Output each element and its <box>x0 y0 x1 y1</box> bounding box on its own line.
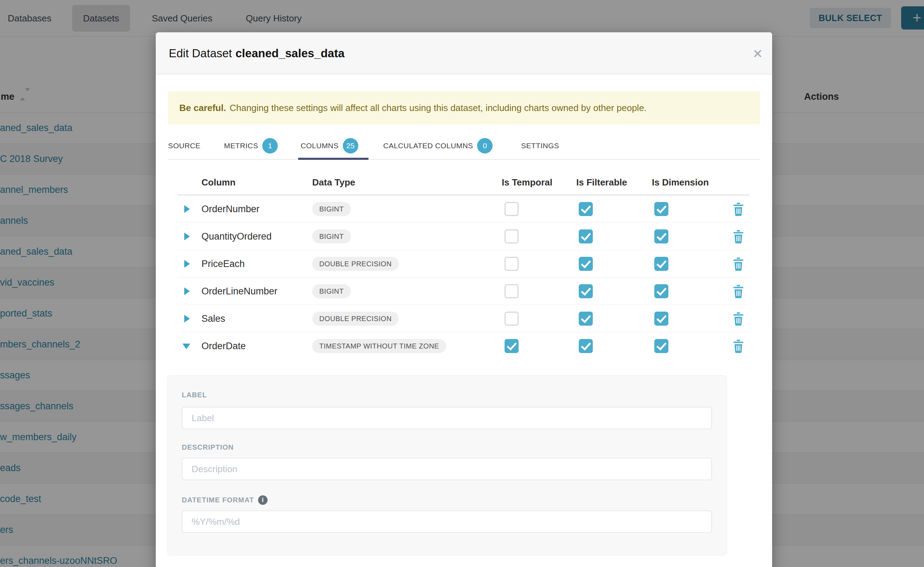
tab-metrics[interactable]: METRICS 1 <box>224 132 278 159</box>
edit-dataset-modal: Edit Dataset cleaned_sales_data × Be car… <box>156 32 772 567</box>
is-temporal-header: Is Temporal <box>502 170 552 195</box>
modal-title: Edit Dataset cleaned_sales_data <box>169 32 345 75</box>
is-dimension-checkbox[interactable] <box>654 284 668 298</box>
is-filterable-checkbox[interactable] <box>579 257 593 271</box>
data-type-pill: TIMESTAMP WITHOUT TIME ZONE <box>312 339 446 353</box>
description-input[interactable] <box>182 458 712 480</box>
warning-text: Changing these settings will affect all … <box>230 103 647 114</box>
column-name: Sales <box>202 305 226 332</box>
data-type-pill: BIGINT <box>312 284 351 298</box>
expand-caret-icon[interactable] <box>184 260 190 268</box>
modal-header: Edit Dataset cleaned_sales_data × <box>156 32 772 75</box>
is-filterable-checkbox[interactable] <box>579 202 593 216</box>
columns-table-header: Column Data Type Is Temporal Is Filterab… <box>178 170 749 195</box>
is-temporal-checkbox[interactable] <box>504 284 519 298</box>
delete-column-icon[interactable] <box>732 258 744 271</box>
is-temporal-checkbox[interactable] <box>504 339 519 353</box>
column-row: QuantityOrdered BIGINT <box>178 223 749 250</box>
column-row: PriceEach DOUBLE PRECISION <box>178 250 749 278</box>
column-name: OrderNumber <box>202 195 259 223</box>
modal-tabs: SOURCE METRICS 1 COLUMNS 25 CALCULATED C… <box>168 132 760 160</box>
column-name: OrderDate <box>202 332 246 360</box>
is-temporal-checkbox[interactable] <box>504 202 519 216</box>
description-section-title: DESCRIPTION <box>182 443 234 452</box>
is-filterable-header: Is Filterable <box>576 170 627 195</box>
columns-table: Column Data Type Is Temporal Is Filterab… <box>178 170 749 360</box>
column-name: PriceEach <box>202 250 245 278</box>
tab-label: COLUMNS <box>301 142 339 150</box>
modal-title-prefix: Edit Dataset <box>169 47 232 60</box>
datetime-format-label: DATETIME FORMAT <box>182 496 254 504</box>
data-type-pill: BIGINT <box>312 230 351 243</box>
is-filterable-checkbox[interactable] <box>579 339 593 353</box>
tab-columns[interactable]: COLUMNS 25 <box>301 132 358 159</box>
expand-caret-icon[interactable] <box>184 287 190 295</box>
column-row: Sales DOUBLE PRECISION <box>178 305 749 332</box>
delete-column-icon[interactable] <box>732 230 744 243</box>
data-type-pill: DOUBLE PRECISION <box>312 257 399 271</box>
column-name: OrderLineNumber <box>202 278 277 305</box>
metrics-count-badge: 1 <box>262 138 278 153</box>
is-dimension-checkbox[interactable] <box>654 202 668 216</box>
data-type-pill: BIGINT <box>312 202 351 216</box>
is-dimension-checkbox[interactable] <box>654 230 668 243</box>
expand-caret-icon[interactable] <box>184 205 190 213</box>
column-row-expanded: OrderDate TIMESTAMP WITHOUT TIME ZONE <box>178 332 749 360</box>
datetime-format-section-title: DATETIME FORMAT <box>182 495 268 505</box>
tab-label: SETTINGS <box>521 142 559 150</box>
label-input[interactable] <box>182 407 712 429</box>
is-filterable-checkbox[interactable] <box>579 312 593 326</box>
column-header: Column <box>202 170 236 195</box>
delete-column-icon[interactable] <box>732 340 744 353</box>
delete-column-icon[interactable] <box>732 285 744 298</box>
tab-source[interactable]: SOURCE <box>168 132 200 159</box>
is-filterable-checkbox[interactable] <box>579 284 593 298</box>
datetime-format-input[interactable] <box>182 510 712 533</box>
info-icon[interactable] <box>258 495 268 505</box>
tab-label: METRICS <box>224 142 258 150</box>
collapse-caret-icon[interactable] <box>182 344 190 349</box>
warning-banner: Be careful. Changing these settings will… <box>168 92 760 124</box>
is-temporal-checkbox[interactable] <box>504 312 519 326</box>
tab-label: CALCULATED COLUMNS <box>383 142 473 150</box>
data-type-pill: DOUBLE PRECISION <box>312 312 399 326</box>
data-type-header: Data Type <box>312 170 355 195</box>
delete-column-icon[interactable] <box>732 312 744 326</box>
columns-count-badge: 25 <box>343 138 358 153</box>
delete-column-icon[interactable] <box>732 203 744 216</box>
expand-caret-icon[interactable] <box>184 232 190 240</box>
tab-settings[interactable]: SETTINGS <box>521 132 559 159</box>
is-temporal-checkbox[interactable] <box>504 257 519 271</box>
tab-label: SOURCE <box>168 142 200 150</box>
tab-calculated-columns[interactable]: CALCULATED COLUMNS 0 <box>383 132 493 159</box>
column-row: OrderNumber BIGINT <box>178 195 749 223</box>
column-editor-panel: LABEL DESCRIPTION DATETIME FORMAT <box>167 375 727 555</box>
warning-bold-text: Be careful. <box>179 103 226 114</box>
active-tab-indicator <box>298 158 369 160</box>
is-dimension-header: Is Dimension <box>652 170 709 195</box>
is-temporal-checkbox[interactable] <box>504 230 519 243</box>
label-section-title: LABEL <box>182 391 207 399</box>
column-name: QuantityOrdered <box>202 223 272 250</box>
is-dimension-checkbox[interactable] <box>654 339 668 353</box>
is-filterable-checkbox[interactable] <box>579 230 593 243</box>
close-icon[interactable]: × <box>743 32 772 75</box>
modal-title-dataset-name: cleaned_sales_data <box>236 47 345 60</box>
expand-caret-icon[interactable] <box>184 315 190 322</box>
calculated-columns-count-badge: 0 <box>477 138 493 153</box>
is-dimension-checkbox[interactable] <box>654 257 668 271</box>
is-dimension-checkbox[interactable] <box>654 312 668 326</box>
column-row: OrderLineNumber BIGINT <box>178 278 749 305</box>
